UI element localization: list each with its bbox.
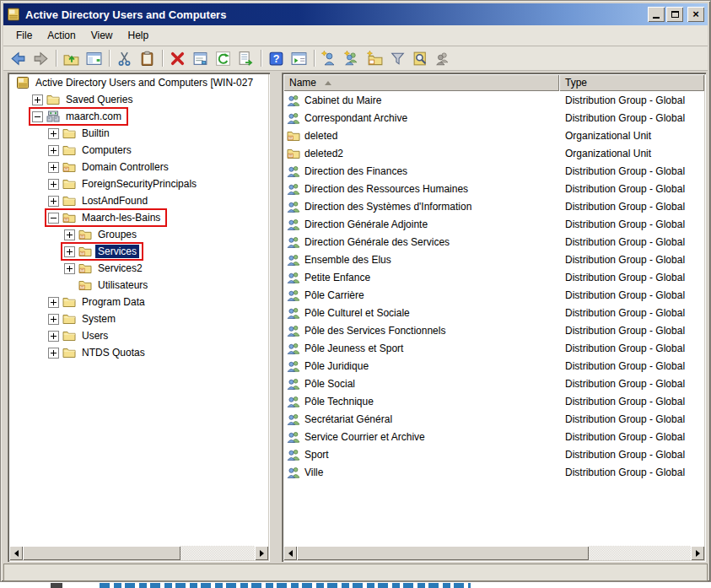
expand-icon[interactable] [64, 263, 75, 274]
new-user-button[interactable] [319, 48, 340, 69]
tree-item-label[interactable]: Services2 [95, 262, 145, 275]
close-button[interactable]: × [687, 7, 704, 22]
expand-icon[interactable] [48, 162, 59, 173]
paste-button[interactable] [137, 48, 158, 69]
export-list-button[interactable] [235, 48, 256, 69]
tree-item-label[interactable]: Program Data [79, 295, 148, 309]
expand-icon[interactable] [32, 94, 43, 105]
table-row[interactable]: Pôle Jeuness et SportDistribution Group … [283, 339, 704, 357]
menu-action[interactable]: Action [40, 27, 83, 44]
table-row[interactable]: Pôle CarrièreDistribution Group - Global [283, 286, 704, 304]
tree-item-label[interactable]: Saved Queries [63, 93, 135, 106]
tree-item-label[interactable]: System [79, 312, 118, 326]
cut-button[interactable] [114, 48, 135, 69]
table-row[interactable]: Pôle TechniqueDistribution Group - Globa… [283, 392, 704, 410]
scrollbar-thumb[interactable] [23, 546, 180, 560]
tree-item-foreignsecurityprincipals[interactable]: ForeignSecurityPrincipals [9, 175, 268, 192]
tree-item-label[interactable]: Maarch-les-Bains [79, 211, 163, 224]
expand-icon[interactable] [48, 145, 59, 156]
table-row[interactable]: Correspondant ArchiveDistribution Group … [283, 109, 704, 127]
collapse-icon[interactable] [32, 111, 43, 122]
find-button[interactable] [410, 48, 431, 69]
tree-item-utilisateurs[interactable]: Utilisateurs [9, 277, 268, 294]
tree-item-services2[interactable]: Services2 [9, 260, 268, 277]
table-row[interactable]: Direction des FinancesDistribution Group… [283, 162, 704, 180]
help-button[interactable]: ? [266, 48, 287, 69]
menu-view[interactable]: View [83, 27, 121, 44]
expand-icon[interactable] [48, 348, 59, 359]
tree-item-label[interactable]: NTDS Quotas [79, 346, 148, 359]
tree-item-maarch-com[interactable]: maarch.com [9, 108, 268, 125]
tree-item-label[interactable]: Active Directory Users and Computers [WI… [33, 76, 256, 89]
scroll-left-button[interactable] [283, 546, 297, 560]
minimize-button[interactable] [648, 7, 665, 22]
tree-item-computers[interactable]: Computers [9, 142, 268, 159]
table-row[interactable]: VilleDistribution Group - Global [283, 463, 704, 481]
new-organizational-unit-button[interactable] [364, 48, 385, 69]
scrollbar-track[interactable] [23, 546, 255, 560]
list-horizontal-scrollbar[interactable] [283, 546, 704, 560]
tree-item-label[interactable]: Builtin [79, 127, 112, 140]
tree-item-label[interactable]: maarch.com [63, 110, 124, 123]
collapse-icon[interactable] [48, 213, 59, 224]
maximize-button[interactable] [666, 7, 683, 22]
tree-item-label[interactable]: ForeignSecurityPrincipals [79, 177, 199, 191]
tree-item-active-directory-users-and-computers-win-027[interactable]: Active Directory Users and Computers [WI… [9, 74, 268, 91]
tree-item-domain-controllers[interactable]: Domain Controllers [9, 159, 268, 175]
column-header-name[interactable]: Name [283, 74, 559, 91]
title-bar[interactable]: Active Directory Users and Computers × [3, 3, 708, 25]
expand-icon[interactable] [48, 179, 59, 190]
tree-item-label[interactable]: Computers [79, 143, 134, 157]
table-row[interactable]: Pôle Culturel et SocialeDistribution Gro… [283, 304, 704, 321]
tree-item-label[interactable]: Services [95, 245, 139, 258]
tree-item-label[interactable]: LostAndFound [79, 194, 150, 208]
table-row[interactable]: Secrétariat GénéralDistribution Group - … [283, 410, 704, 428]
forward-button[interactable] [30, 48, 51, 69]
table-row[interactable]: Direction Générale AdjointeDistribution … [283, 215, 704, 233]
table-row[interactable]: Pôle JuridiqueDistribution Group - Globa… [283, 357, 704, 375]
expand-icon[interactable] [48, 314, 59, 325]
scroll-right-button[interactable] [691, 546, 704, 560]
table-row[interactable]: Cabinet du MaireDistribution Group - Glo… [283, 91, 704, 109]
expand-icon[interactable] [48, 128, 59, 139]
show-console-tree-button[interactable] [83, 48, 105, 69]
refresh-button[interactable] [213, 48, 234, 69]
expand-icon[interactable] [64, 246, 75, 257]
back-button[interactable] [8, 48, 29, 69]
expand-icon[interactable] [48, 196, 59, 207]
tree-item-system[interactable]: System [9, 310, 268, 327]
column-header-type[interactable]: Type [559, 74, 704, 91]
properties-button[interactable] [190, 48, 211, 69]
menu-help[interactable]: Help [121, 27, 157, 44]
delete-button[interactable] [167, 48, 188, 69]
table-row[interactable]: Direction des Systèmes d'InformationDist… [283, 197, 704, 215]
table-row[interactable]: deletedOrganizational Unit [283, 127, 704, 144]
tree-item-maarch-les-bains[interactable]: Maarch-les-Bains [9, 209, 268, 226]
tree-horizontal-scrollbar[interactable] [9, 546, 268, 560]
table-row[interactable]: Direction Générale des ServicesDistribut… [283, 233, 704, 251]
tree-item-groupes[interactable]: Groupes [9, 226, 268, 243]
tree-item-saved-queries[interactable]: Saved Queries [9, 91, 268, 108]
scrollbar-thumb[interactable] [297, 546, 589, 560]
tree-item-builtin[interactable]: Builtin [9, 125, 268, 142]
filter-button[interactable] [387, 48, 408, 69]
tree-item-ntds-quotas[interactable]: NTDS Quotas [9, 344, 268, 361]
tree-item-label[interactable]: Domain Controllers [79, 160, 171, 174]
expand-icon[interactable] [48, 297, 59, 308]
table-row[interactable]: SportDistribution Group - Global [283, 445, 704, 463]
scroll-right-button[interactable] [255, 546, 268, 560]
tree-item-label[interactable]: Users [79, 329, 110, 343]
table-row[interactable]: Petite EnfanceDistribution Group - Globa… [283, 268, 704, 286]
table-row[interactable]: Direction des Ressources HumainesDistrib… [283, 180, 704, 197]
expand-icon[interactable] [64, 229, 75, 240]
tree-item-label[interactable]: Groupes [95, 228, 139, 241]
new-group-button[interactable] [342, 48, 363, 69]
table-row[interactable]: Pôle SocialDistribution Group - Global [283, 375, 704, 392]
tree-item-lostandfound[interactable]: LostAndFound [9, 192, 268, 209]
table-row[interactable]: deleted2Organizational Unit [283, 144, 704, 162]
table-row[interactable]: Pôle des Services FonctionnelsDistributi… [283, 321, 704, 339]
tree-item-program-data[interactable]: Program Data [9, 294, 268, 310]
group-members-button[interactable] [433, 48, 454, 69]
tree-item-label[interactable]: Utilisateurs [95, 278, 150, 292]
tree-item-services[interactable]: Services [9, 243, 268, 260]
